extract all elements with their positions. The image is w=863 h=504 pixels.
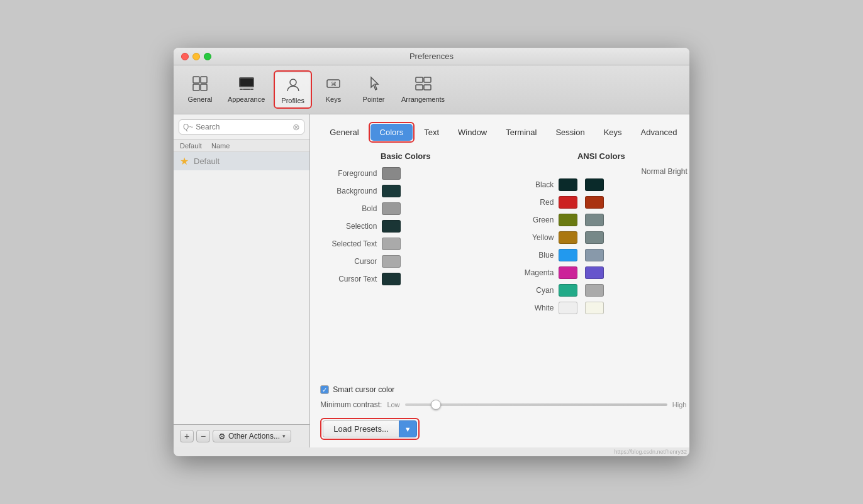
tab-window[interactable]: Window <box>448 124 496 141</box>
ansi-swatches <box>559 302 604 314</box>
basic-colors-section: Basic Colors Foreground Background Bold … <box>320 151 491 379</box>
preferences-window: Preferences General Appearance Profiles … <box>174 48 689 456</box>
ansi-color-row: Black <box>516 178 686 191</box>
tabs: General Colors Text Window Terminal Sess… <box>320 122 686 143</box>
search-icon: Q~ <box>183 123 193 131</box>
profile-list: ★ Default <box>174 152 309 424</box>
ansi-normal-swatch[interactable] <box>559 196 577 209</box>
general-icon <box>190 74 210 94</box>
svg-rect-1 <box>201 77 207 83</box>
smart-cursor-label: Smart cursor color <box>333 385 394 394</box>
contrast-slider[interactable] <box>405 403 667 406</box>
toolbar-label-keys: Keys <box>326 96 341 103</box>
ansi-swatches <box>559 249 604 261</box>
contrast-label: Minimum contrast: <box>320 400 382 409</box>
ansi-color-row: Red <box>516 196 686 209</box>
basic-color-label: Foreground <box>320 169 377 178</box>
ansi-swatches <box>559 178 604 191</box>
tab-colors[interactable]: Colors <box>370 124 413 141</box>
basic-color-swatch[interactable] <box>382 220 401 233</box>
remove-profile-button[interactable]: − <box>196 430 210 442</box>
ansi-bright-swatch[interactable] <box>585 302 604 314</box>
other-actions-button[interactable]: ⚙ Other Actions... ▾ <box>213 430 291 442</box>
ansi-color-row: Cyan <box>516 284 686 297</box>
ansi-swatches <box>559 196 604 209</box>
toolbar-btn-keys[interactable]: ⌘ Keys <box>315 70 352 109</box>
tab-keys[interactable]: Keys <box>594 124 632 141</box>
profile-list-header: Default Name <box>174 140 309 152</box>
ansi-bright-swatch[interactable] <box>585 178 604 191</box>
smart-cursor-checkbox[interactable]: ✓ <box>320 385 329 394</box>
ansi-color-label: Red <box>516 198 554 207</box>
toolbar-btn-appearance[interactable]: Appearance <box>221 70 271 109</box>
svg-rect-0 <box>193 77 199 83</box>
svg-rect-5 <box>240 79 253 86</box>
ansi-color-label: White <box>516 304 554 312</box>
content-area: Q~ ⊗ Default Name ★ Default + <box>174 114 689 447</box>
basic-color-swatch[interactable] <box>382 273 401 285</box>
basic-colors-title: Basic Colors <box>320 151 491 161</box>
ansi-colors-title: ANSI Colors <box>516 151 686 161</box>
svg-rect-2 <box>193 84 199 90</box>
slider-thumb <box>431 400 441 410</box>
ansi-normal-swatch[interactable] <box>559 302 577 314</box>
color-panels: Basic Colors Foreground Background Bold … <box>320 151 686 379</box>
toolbar-btn-profiles[interactable]: Profiles <box>274 70 312 109</box>
ansi-normal-swatch[interactable] <box>559 284 577 297</box>
basic-color-swatch[interactable] <box>382 167 401 180</box>
list-item[interactable]: ★ Default <box>174 152 309 170</box>
ansi-color-label: Black <box>516 180 554 189</box>
ansi-normal-swatch[interactable] <box>559 214 577 226</box>
ansi-header: Normal Bright <box>516 167 686 176</box>
toolbar-label-profiles: Profiles <box>281 97 304 104</box>
search-input[interactable] <box>196 123 290 131</box>
tab-session[interactable]: Session <box>546 124 594 141</box>
ansi-bright-swatch[interactable] <box>585 249 604 261</box>
fullscreen-button[interactable] <box>204 53 211 60</box>
ansi-color-row: Magenta <box>516 266 686 279</box>
ansi-bright-swatch[interactable] <box>585 284 604 297</box>
search-clear-icon[interactable]: ⊗ <box>292 122 300 132</box>
ansi-color-row: Green <box>516 214 686 226</box>
ansi-color-row: Yellow <box>516 231 686 244</box>
ansi-color-label: Magenta <box>516 268 554 277</box>
basic-color-label: Selection <box>320 222 377 231</box>
basic-color-swatch[interactable] <box>382 255 401 268</box>
tab-general[interactable]: General <box>320 124 368 141</box>
keys-icon: ⌘ <box>323 74 343 94</box>
tab-text[interactable]: Text <box>415 124 448 141</box>
svg-rect-8 <box>243 89 250 90</box>
ansi-bright-swatch[interactable] <box>585 214 604 226</box>
contrast-row: Minimum contrast: Low High <box>320 400 686 409</box>
basic-color-label: Cursor <box>320 257 377 266</box>
load-presets-dropdown[interactable]: ▼ <box>399 420 417 437</box>
tab-advanced[interactable]: Advanced <box>632 124 687 141</box>
ansi-bright-swatch[interactable] <box>585 266 604 279</box>
basic-color-swatch[interactable] <box>382 185 401 197</box>
basic-color-swatch[interactable] <box>382 238 401 250</box>
load-presets-arrow-icon: ▼ <box>404 425 411 433</box>
basic-color-label: Bold <box>320 204 377 213</box>
toolbar-btn-arrangements[interactable]: Arrangements <box>395 70 451 109</box>
ansi-normal-swatch[interactable] <box>559 178 577 191</box>
toolbar-btn-general[interactable]: General <box>181 70 219 109</box>
ansi-bright-swatch[interactable] <box>585 196 604 209</box>
header-name: Name <box>211 142 303 150</box>
basic-color-swatch[interactable] <box>382 202 401 215</box>
tab-terminal[interactable]: Terminal <box>496 124 546 141</box>
ansi-color-row: Blue <box>516 249 686 261</box>
main-panel: General Colors Text Window Terminal Sess… <box>310 114 689 447</box>
add-profile-button[interactable]: + <box>180 430 194 442</box>
toolbar-label-arrangements: Arrangements <box>401 96 445 103</box>
basic-color-row: Foreground <box>320 167 491 180</box>
load-presets-button[interactable]: Load Presets... <box>323 420 398 437</box>
ansi-bright-swatch[interactable] <box>585 231 604 244</box>
toolbar-btn-pointer[interactable]: Pointer <box>355 70 393 109</box>
ansi-normal-swatch[interactable] <box>559 231 577 244</box>
ansi-swatches <box>559 284 604 297</box>
ansi-normal-swatch[interactable] <box>559 266 577 279</box>
ansi-normal-swatch[interactable] <box>559 249 577 261</box>
search-input-wrap[interactable]: Q~ ⊗ <box>179 119 304 134</box>
minimize-button[interactable] <box>192 53 200 60</box>
close-button[interactable] <box>181 53 189 60</box>
